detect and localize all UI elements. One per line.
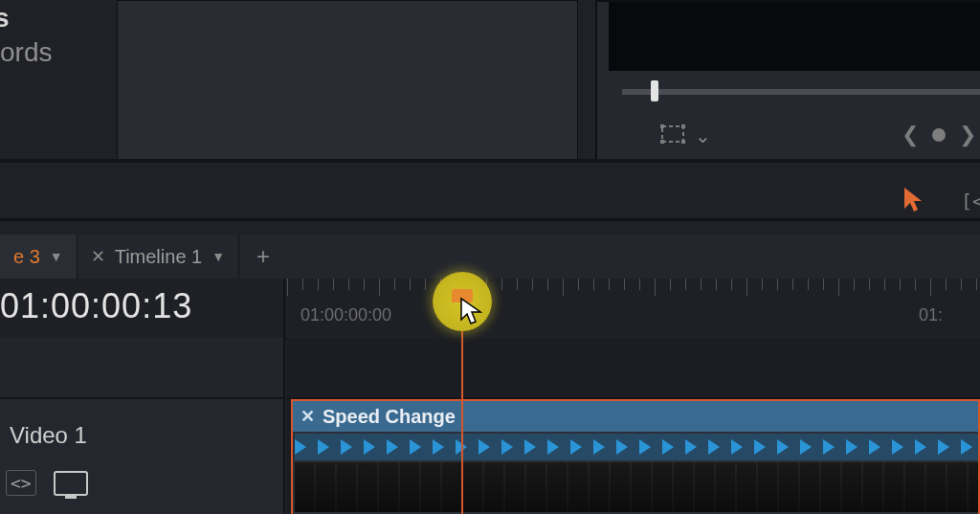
video-track-body[interactable]: ✕ Speed Change [287, 399, 980, 514]
clip-title: Speed Change [323, 406, 456, 428]
track-gap[interactable] [287, 338, 980, 399]
track-gap-header [0, 338, 283, 399]
prev-keyframe-icon[interactable]: ❮ [902, 123, 919, 147]
add-keyframe-icon[interactable] [932, 128, 946, 142]
chevron-down-icon[interactable]: ▼ [50, 249, 63, 264]
more-tools-icon[interactable]: [< [961, 190, 980, 212]
media-panel-label: s ords [0, 0, 52, 71]
svg-rect-4 [681, 140, 685, 144]
add-timeline-button[interactable]: + [239, 243, 287, 270]
toolbar-strip [0, 163, 980, 218]
media-bin-tile[interactable] [117, 0, 578, 161]
track-name-label: Video 1 [10, 422, 87, 449]
chevron-down-icon[interactable]: ▼ [212, 249, 225, 264]
tab-timeline-1[interactable]: ✕ Timeline 1 ▼ [78, 235, 239, 279]
divider [0, 218, 980, 221]
mouse-cursor-icon [459, 297, 484, 329]
track-monitor-icon[interactable] [54, 471, 88, 496]
svg-rect-0 [662, 126, 683, 142]
viewer-preview[interactable] [609, 2, 980, 71]
ruler-label: 01:00:00:00 [301, 305, 391, 325]
zoom-slider-track[interactable] [622, 89, 980, 95]
transform-icon[interactable] [660, 123, 687, 145]
zoom-slider-thumb[interactable] [651, 80, 658, 101]
selection-tool-icon[interactable] [902, 186, 926, 216]
video-track-header[interactable]: Video 1 <> [0, 399, 283, 514]
tab-active[interactable]: e 3 ▼ [0, 235, 78, 279]
svg-rect-1 [660, 124, 664, 128]
timeline-tabs: e 3 ▼ ✕ Timeline 1 ▼ + [0, 235, 980, 280]
svg-rect-3 [660, 140, 664, 144]
ruler-label: 01: [919, 305, 943, 325]
tab-label: e 3 [13, 246, 40, 268]
video-track-row: Video 1 <> ✕ Speed Change [0, 399, 980, 514]
track-source-icon[interactable]: <> [6, 470, 36, 496]
current-timecode[interactable]: 01:00:00:13 [0, 286, 192, 326]
clip-thumbnail-strip [295, 462, 978, 512]
timeline-ruler[interactable]: 01:00:00:00 01: [287, 279, 980, 338]
close-icon[interactable]: ✕ [91, 246, 105, 267]
panel-text-ords: ords [0, 34, 52, 71]
svg-rect-2 [681, 124, 685, 128]
close-icon[interactable]: ✕ [301, 406, 315, 427]
panel-text-s: s [0, 4, 52, 34]
video-clip[interactable]: ✕ Speed Change [291, 399, 980, 514]
clip-speed-indicator[interactable] [295, 434, 978, 460]
next-keyframe-icon[interactable]: ❯ [959, 123, 976, 147]
tab-label: Timeline 1 [115, 246, 203, 268]
playhead-line[interactable] [461, 301, 463, 514]
transform-dropdown-icon[interactable]: ⌄ [695, 124, 711, 147]
keyframe-nav: ❮ ❯ [902, 123, 980, 147]
clip-retime-bar[interactable]: ✕ Speed Change [293, 401, 978, 432]
